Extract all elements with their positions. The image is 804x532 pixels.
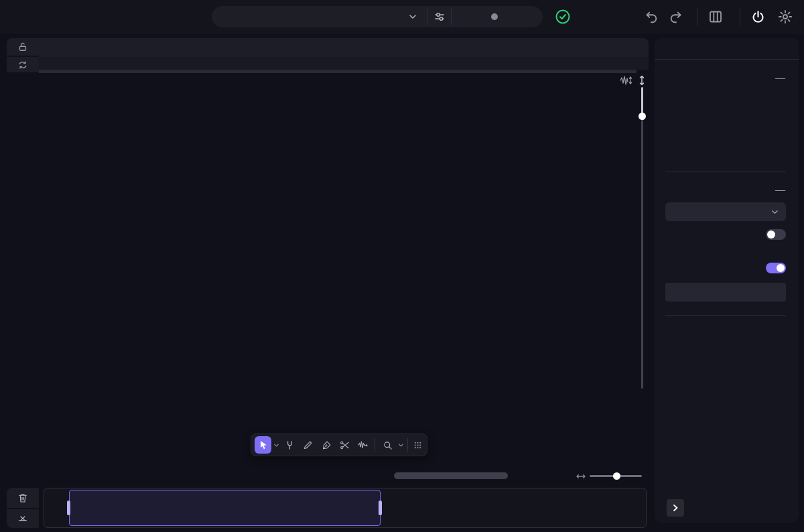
panel-tabs bbox=[655, 38, 799, 60]
overview-selection-handle-left[interactable] bbox=[67, 501, 70, 515]
loudness-strip bbox=[39, 57, 649, 70]
top-bar bbox=[0, 0, 804, 34]
warp-waveform-icon bbox=[357, 440, 368, 451]
pitch-zoom-slider-fill bbox=[641, 87, 643, 116]
snap-to-scale-row bbox=[665, 228, 786, 241]
timeline-ruler[interactable] bbox=[39, 38, 649, 57]
overview-selection[interactable] bbox=[69, 490, 381, 526]
formant-toggle[interactable] bbox=[766, 263, 786, 273]
cursor-tool-button[interactable] bbox=[255, 436, 271, 454]
app-logo bbox=[9, 0, 14, 34]
warp-tool-button[interactable] bbox=[354, 436, 371, 454]
edit-toolbar bbox=[251, 434, 427, 456]
undo-button[interactable] bbox=[643, 9, 659, 25]
topbar-separator bbox=[697, 8, 697, 25]
settings-button[interactable] bbox=[777, 9, 793, 25]
scale-collapse-button[interactable]: — bbox=[775, 184, 786, 195]
trash-icon bbox=[17, 492, 29, 504]
split-button[interactable] bbox=[7, 509, 39, 528]
tuning-fork-icon bbox=[284, 440, 295, 451]
topbar-separator bbox=[740, 8, 740, 25]
chevron-down-icon bbox=[770, 208, 779, 216]
scale-dropdown[interactable] bbox=[665, 202, 786, 221]
check-circle-icon bbox=[555, 9, 571, 25]
toolbar-separator bbox=[407, 438, 408, 452]
chevron-right-icon bbox=[671, 504, 679, 512]
loop-button[interactable] bbox=[7, 56, 39, 72]
zoom-tool-button[interactable] bbox=[379, 436, 395, 454]
snap-toggle-knob bbox=[767, 230, 775, 239]
cursor-icon bbox=[258, 440, 269, 450]
magnifier-icon bbox=[382, 440, 393, 451]
arrows-horizontal-icon bbox=[576, 471, 586, 482]
cursor-tool-menu[interactable] bbox=[273, 442, 280, 448]
capture-armed-dot bbox=[491, 13, 498, 20]
pen-nib-icon bbox=[321, 440, 332, 451]
macro-select[interactable] bbox=[212, 6, 427, 27]
capture-button[interactable] bbox=[452, 6, 543, 27]
horizontal-zoom-icon-wrap bbox=[576, 471, 586, 482]
panel-divider bbox=[665, 172, 786, 172]
toolbar-separator bbox=[375, 438, 375, 452]
lock-button[interactable] bbox=[7, 38, 39, 56]
layout-columns-button[interactable] bbox=[708, 9, 724, 25]
overview-selection-handle-right[interactable] bbox=[379, 501, 382, 515]
cut-line-icon bbox=[17, 513, 29, 525]
formant-value-field[interactable] bbox=[665, 283, 786, 302]
waveform-vzoom-icon bbox=[619, 74, 632, 86]
pen-tool-button[interactable] bbox=[318, 436, 335, 454]
waveform-zoom-button[interactable] bbox=[619, 74, 632, 86]
status-check-button[interactable] bbox=[555, 9, 571, 25]
zoom-tool-menu[interactable] bbox=[397, 442, 405, 448]
power-button[interactable] bbox=[750, 9, 766, 25]
vertical-expand-button[interactable] bbox=[636, 74, 648, 86]
chevron-down-icon bbox=[408, 12, 417, 21]
macro-pill bbox=[212, 6, 543, 27]
redo-button[interactable] bbox=[668, 9, 684, 25]
tracks-collapse-button[interactable]: — bbox=[775, 72, 786, 83]
pencil-tool-button[interactable] bbox=[299, 436, 316, 454]
formant-toggle-knob bbox=[777, 264, 785, 272]
scissors-icon bbox=[339, 440, 350, 451]
panel-expand-button[interactable] bbox=[667, 499, 684, 517]
panel-divider bbox=[665, 315, 786, 316]
scissors-tool-button[interactable] bbox=[336, 436, 353, 454]
toolbar-drag-handle[interactable] bbox=[411, 441, 423, 450]
pencil-icon bbox=[302, 440, 314, 451]
note-editor-canvas[interactable] bbox=[39, 72, 636, 476]
tuning-fork-tool-button[interactable] bbox=[281, 436, 298, 454]
scale-section-header: — bbox=[665, 184, 786, 194]
chevron-down-icon bbox=[273, 442, 279, 448]
arrows-vertical-icon bbox=[636, 74, 648, 86]
drag-handle-icon bbox=[413, 441, 422, 450]
lock-open-icon bbox=[17, 41, 29, 53]
macro-settings-icon bbox=[433, 10, 446, 23]
redo-icon bbox=[669, 9, 683, 24]
undo-icon bbox=[644, 9, 659, 24]
pitch-zoom-slider-track[interactable] bbox=[641, 87, 643, 389]
side-panel bbox=[655, 38, 799, 523]
app-root: — — bbox=[0, 0, 804, 532]
chevron-down-icon bbox=[398, 442, 404, 448]
loop-icon bbox=[17, 59, 29, 71]
power-icon bbox=[750, 9, 766, 25]
snap-toggle[interactable] bbox=[766, 229, 786, 240]
horizontal-scrollbar-thumb[interactable] bbox=[394, 472, 508, 479]
tracks-section-header: — bbox=[665, 72, 786, 82]
gear-icon bbox=[777, 9, 793, 25]
horizontal-zoom-slider-knob[interactable] bbox=[613, 472, 620, 480]
formant-section-header bbox=[665, 263, 786, 273]
columns-icon bbox=[708, 9, 724, 25]
macro-settings-button[interactable] bbox=[427, 6, 451, 27]
pitch-zoom-slider-knob[interactable] bbox=[639, 113, 646, 120]
delete-button[interactable] bbox=[7, 488, 39, 508]
